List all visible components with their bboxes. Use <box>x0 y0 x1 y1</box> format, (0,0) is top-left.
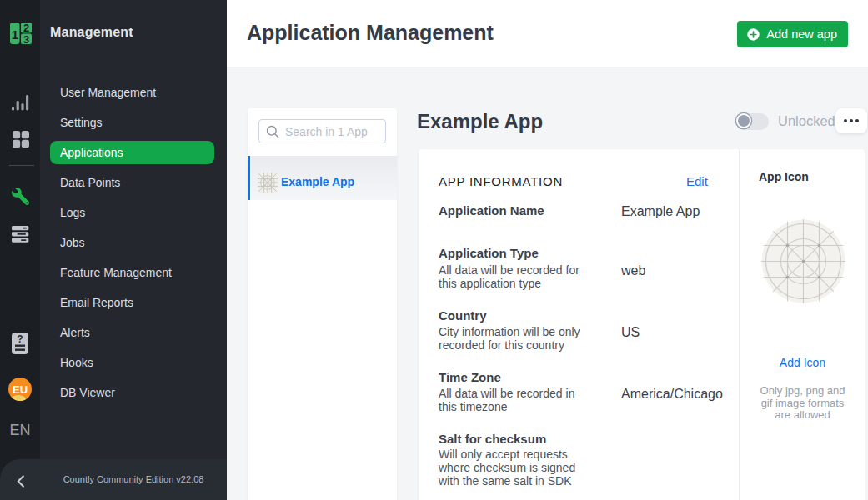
svg-text:3: 3 <box>23 33 29 44</box>
svg-text:1: 1 <box>12 28 18 42</box>
svg-text:?: ? <box>17 333 23 345</box>
